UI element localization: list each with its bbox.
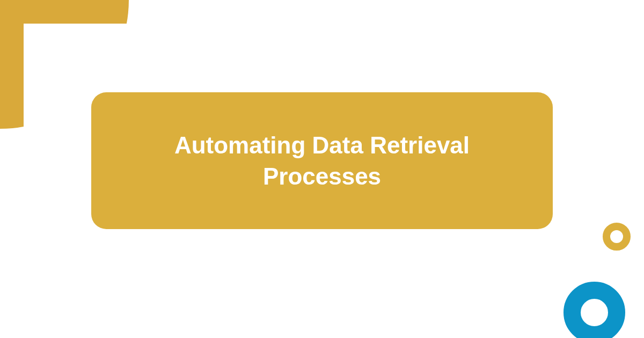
- decorative-ring-small: [603, 223, 631, 251]
- page-title: Automating Data Retrieval Processes: [123, 130, 521, 191]
- title-card: Automating Data Retrieval Processes: [91, 92, 553, 229]
- decorative-ring-large: [564, 282, 625, 338]
